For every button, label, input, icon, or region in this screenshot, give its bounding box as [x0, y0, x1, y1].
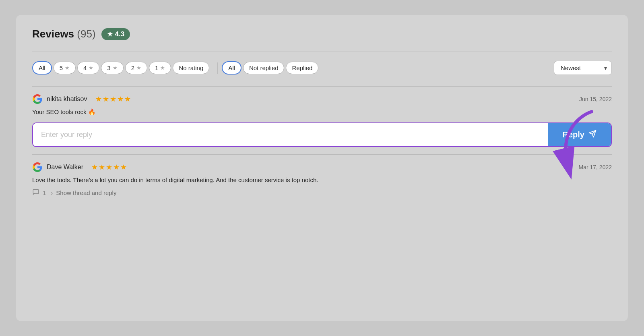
google-logo-2: [32, 162, 43, 172]
filter-3-stars[interactable]: 3 ★: [101, 62, 123, 74]
review-date-1: Jun 15, 2022: [579, 96, 612, 102]
reviewer-info-2: Dave Walker ★ ★ ★ ★ ★: [32, 162, 127, 172]
thread-count: 1: [43, 189, 46, 196]
thread-link-2[interactable]: 1 › Show thread and reply: [32, 189, 612, 197]
filter-all-stars[interactable]: All: [32, 61, 52, 75]
reply-button-1[interactable]: Reply: [548, 123, 611, 146]
review-header-2: Dave Walker ★ ★ ★ ★ ★ Mar 17, 2022: [32, 162, 612, 172]
send-icon: [588, 130, 597, 140]
review-header-1: nikita khatisov ★ ★ ★ ★ ★ Jun 15, 2022: [32, 94, 612, 104]
star-r2-5: ★: [120, 163, 127, 172]
reply-section-1: Reply: [32, 122, 612, 147]
thread-arrow: ›: [51, 189, 53, 196]
rating-badge: ★ 4.3: [101, 28, 130, 40]
star-5: ★: [124, 95, 131, 104]
filter-replied[interactable]: Replied: [286, 62, 318, 74]
filter-2-stars[interactable]: 2 ★: [125, 62, 147, 74]
header-divider: [32, 52, 612, 52]
review-text-2: Love the tools. There's a lot you can do…: [32, 176, 612, 185]
stars-2: ★ ★ ★ ★ ★: [91, 163, 127, 172]
reply-input-1[interactable]: [33, 123, 548, 146]
star-icon: ★: [107, 30, 113, 38]
sort-wrapper: Newest Oldest Highest rated Lowest rated: [554, 61, 612, 75]
filter-4-stars[interactable]: 4 ★: [77, 62, 99, 74]
reviews-panel: Reviews (95) ★ 4.3 All 5 ★ 4 ★ 3 ★ 2 ★ 1…: [16, 15, 628, 321]
header: Reviews (95) ★ 4.3: [32, 28, 612, 40]
filter-no-rating[interactable]: No rating: [173, 62, 209, 74]
star-3: ★: [110, 95, 116, 104]
star-1: ★: [95, 95, 102, 104]
filter-1-stars[interactable]: 1 ★: [149, 62, 171, 74]
star-r2-4: ★: [113, 163, 120, 172]
filter-all-replies[interactable]: All: [222, 61, 242, 75]
reviewer-name-1: nikita khatisov: [47, 95, 87, 103]
reply-filter-group: All Not replied Replied: [222, 61, 318, 75]
star-2: ★: [103, 95, 109, 104]
star-r2-2: ★: [99, 163, 105, 172]
star-r2-3: ★: [106, 163, 112, 172]
thread-label[interactable]: Show thread and reply: [56, 189, 116, 196]
star-r2-1: ★: [91, 163, 98, 172]
sort-select[interactable]: Newest Oldest Highest rated Lowest rated: [554, 61, 612, 75]
reviews-title: Reviews (95): [32, 28, 96, 40]
sort-select-container: Newest Oldest Highest rated Lowest rated: [554, 61, 612, 75]
svg-rect-0: [33, 189, 39, 194]
review-date-2: Mar 17, 2022: [579, 164, 612, 170]
review-text-1: Your SEO tools rock 🔥: [32, 108, 612, 117]
filter-5-stars[interactable]: 5 ★: [54, 62, 76, 74]
star-filter-group: All 5 ★ 4 ★ 3 ★ 2 ★ 1 ★ No rating: [32, 61, 209, 75]
reply-button-label: Reply: [563, 130, 584, 139]
filters-bar: All 5 ★ 4 ★ 3 ★ 2 ★ 1 ★ No rating All No…: [32, 61, 612, 75]
reply-box-1: Reply: [32, 122, 612, 147]
filter-separator: [217, 62, 218, 74]
review-card-2: Dave Walker ★ ★ ★ ★ ★ Mar 17, 2022 Love …: [32, 154, 612, 205]
stars-1: ★ ★ ★ ★ ★: [95, 95, 131, 104]
review-card-1: nikita khatisov ★ ★ ★ ★ ★ Jun 15, 2022 Y…: [32, 86, 612, 154]
filter-not-replied[interactable]: Not replied: [243, 62, 285, 74]
comment-icon: [32, 189, 39, 197]
google-logo-1: [32, 94, 43, 104]
reviewer-info-1: nikita khatisov ★ ★ ★ ★ ★: [32, 94, 131, 104]
reviewer-name-2: Dave Walker: [47, 164, 83, 171]
star-4: ★: [117, 95, 124, 104]
